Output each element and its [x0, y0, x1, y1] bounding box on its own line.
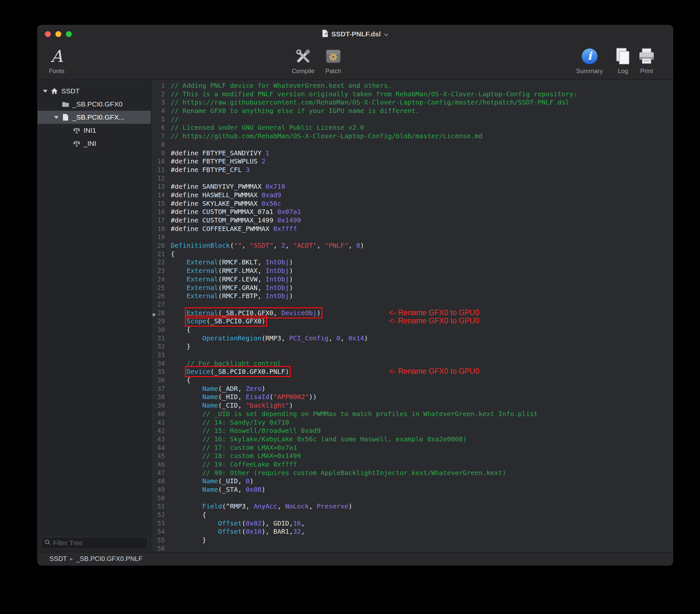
sidebar-item-sb-pci0-gfx0[interactable]: _SB.PCI0.GFX0: [38, 98, 151, 111]
folder-icon: [61, 101, 70, 107]
code-line: 1// Adding PNLF device for WhateverGreen…: [151, 82, 673, 90]
minimize-button[interactable]: [55, 31, 61, 37]
code-line: 27: [151, 300, 673, 309]
acpi-tree: SSDT_SB.PCI0.GFX0_SB.PCI0.GFX...INI1_INI: [38, 80, 151, 150]
disclosure-triangle-icon[interactable]: [51, 116, 61, 119]
code-line: 30 {: [151, 326, 673, 334]
filter-tree-input[interactable]: [53, 539, 144, 547]
line-number: 35: [151, 368, 168, 376]
print-button[interactable]: Print: [633, 46, 660, 75]
filter-field[interactable]: [41, 537, 148, 549]
line-number: 8: [151, 140, 168, 149]
app-window: SSDT-PNLF.dsl A Fonts Compile: [37, 25, 673, 565]
code-line: 6// Licensed under GNU General Public Li…: [151, 124, 673, 132]
line-number: 4: [151, 107, 168, 115]
toolbar: A Fonts Compile: [38, 43, 673, 79]
line-number: 21: [151, 250, 168, 259]
line-number: 20: [151, 241, 168, 250]
patch-button[interactable]: Patch: [320, 46, 347, 75]
log-label: Log: [618, 67, 628, 75]
line-number: 24: [151, 275, 168, 284]
rename-annotation: <- Rename GFX0 to GPU0: [389, 317, 479, 325]
line-number: 51: [151, 502, 168, 511]
code-line: 32 }: [151, 342, 673, 351]
sidebar-item-sb-pci0-gfx[interactable]: _SB.PCI0.GFX...: [38, 111, 151, 124]
line-number: 52: [151, 511, 168, 519]
fonts-label: Fonts: [49, 67, 65, 75]
line-number: 27: [151, 300, 168, 309]
patch-label: Patch: [325, 67, 341, 75]
summary-button[interactable]: i Summary: [576, 46, 603, 75]
compile-button[interactable]: Compile: [289, 46, 317, 75]
fonts-icon: A: [51, 46, 63, 67]
print-label: Print: [640, 67, 653, 75]
sidebar-item-ini[interactable]: _INI: [38, 137, 151, 150]
code-line: 14#define HASWELL_PWMMAX 0xad9: [151, 191, 673, 200]
line-number: 53: [151, 519, 168, 528]
code-line: 26 External(RMCF.FBTP, IntObj): [151, 292, 673, 300]
code-editor[interactable]: 1// Adding PNLF device for WhateverGreen…: [151, 80, 673, 552]
breadcrumb-root[interactable]: SSDT: [49, 555, 67, 563]
line-number: 39: [151, 401, 168, 410]
sidebar-item-label: SSDT: [61, 87, 80, 95]
line-number: 41: [151, 418, 168, 427]
disclosure-triangle-icon[interactable]: [40, 90, 50, 93]
line-number: 14: [151, 191, 168, 200]
code-line: 52 {: [151, 511, 673, 519]
line-number: 10: [151, 157, 168, 166]
red-highlight-box: External(_SB.PCI0.GFX0, DeviceObj): [186, 309, 321, 317]
line-number: 16: [151, 208, 168, 216]
line-number: 7: [151, 132, 168, 140]
rename-annotation: <- Rename GFX0 to GPU0: [389, 367, 479, 376]
line-number: 50: [151, 494, 168, 503]
code-line: 29 Scope(_SB.PCI0.GFX0)<- Rename GFX0 to…: [151, 317, 673, 326]
close-button[interactable]: [45, 31, 51, 37]
code-line: 45 // 18: custom LMAX=0x1499: [151, 452, 673, 460]
line-number: 42: [151, 427, 168, 435]
fonts-button[interactable]: A Fonts: [43, 46, 71, 75]
line-number: 48: [151, 477, 168, 486]
line-number: 37: [151, 385, 168, 393]
line-number: 3: [151, 98, 168, 107]
code-line: 22 External(RMCF.BKLT, IntObj): [151, 258, 673, 267]
code-line: 51 Field(^RMP3, AnyAcc, NoLock, Preserve…: [151, 502, 673, 511]
line-number: 17: [151, 216, 168, 225]
code-line: 40 // _UID is set depending on PWMMax to…: [151, 410, 673, 418]
line-number: 2: [151, 90, 168, 99]
code-line: 46 // 19: CoffeeLake 0xffff: [151, 460, 673, 469]
line-number: 25: [151, 284, 168, 292]
code-line: 37 Name(_ADR, Zero): [151, 385, 673, 393]
line-number: 33: [151, 351, 168, 360]
line-number: 23: [151, 267, 168, 275]
line-number: 36: [151, 376, 168, 385]
chevron-down-icon[interactable]: [384, 33, 389, 36]
line-number: 30: [151, 326, 168, 334]
line-number: 6: [151, 124, 168, 132]
code-line: 20DefinitionBlock("", "SSDT", 2, "ACDT",…: [151, 241, 673, 250]
red-highlight-box: Device(_SB.PCI0.GFX0.PNLF): [186, 368, 289, 375]
breadcrumb-path[interactable]: _SB.PCI0.GFX0.PNLF: [76, 555, 142, 563]
home-icon: [50, 88, 59, 95]
line-number: 38: [151, 393, 168, 401]
method-icon: [72, 127, 81, 134]
document-proxy-icon: [322, 29, 328, 39]
code-line: 15#define SKYLAKE_PWMMAX 0x56c: [151, 200, 673, 208]
code-line: 23 External(RMCF.LMAX, IntObj): [151, 267, 673, 275]
code-line: 49 Name(_STA, 0x0B): [151, 486, 673, 494]
document-icon: [61, 114, 70, 121]
code-line: 4// Rename GFX0 to anything else if your…: [151, 107, 673, 115]
line-number: 43: [151, 435, 168, 443]
sidebar-item-ssdt[interactable]: SSDT: [38, 85, 151, 98]
code-line: 25 External(RMCF.GRAN, IntObj): [151, 284, 673, 292]
code-lines: 1// Adding PNLF device for WhateverGreen…: [151, 80, 673, 552]
code-line: 2// This is a modified PNLF version orig…: [151, 90, 673, 99]
breadcrumb-separator-icon: ▸: [70, 556, 73, 562]
code-line: 3// https://raw.githubusercontent.com/Re…: [151, 98, 673, 107]
zoom-button[interactable]: [66, 31, 72, 37]
sidebar-item-ini1[interactable]: INI1: [38, 124, 151, 137]
code-line: 38 Name(_HID, EisaId("APP0002")): [151, 393, 673, 401]
line-number: 19: [151, 233, 168, 241]
line-number: 49: [151, 486, 168, 494]
code-line: 47 // 99: Other (requires custom AppleBa…: [151, 469, 673, 477]
code-line: 5//: [151, 115, 673, 124]
